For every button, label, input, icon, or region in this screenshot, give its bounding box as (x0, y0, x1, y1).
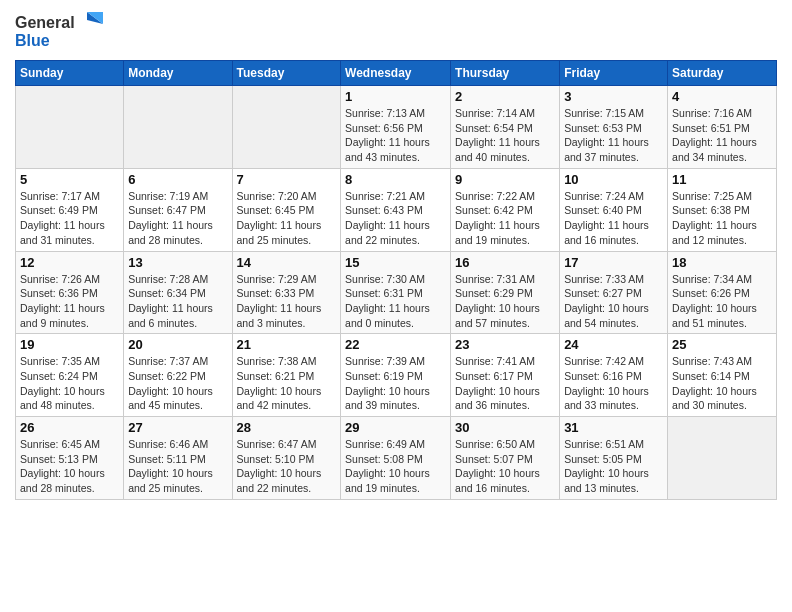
calendar-cell: 1Sunrise: 7:13 AM Sunset: 6:56 PM Daylig… (341, 86, 451, 169)
day-number: 4 (672, 89, 772, 104)
day-info: Sunrise: 7:31 AM Sunset: 6:29 PM Dayligh… (455, 272, 555, 331)
calendar-cell: 25Sunrise: 7:43 AM Sunset: 6:14 PM Dayli… (668, 334, 777, 417)
day-number: 6 (128, 172, 227, 187)
calendar-cell: 15Sunrise: 7:30 AM Sunset: 6:31 PM Dayli… (341, 251, 451, 334)
day-info: Sunrise: 7:22 AM Sunset: 6:42 PM Dayligh… (455, 189, 555, 248)
page-header: GeneralBlue (15, 10, 777, 52)
calendar-cell: 29Sunrise: 6:49 AM Sunset: 5:08 PM Dayli… (341, 417, 451, 500)
day-info: Sunrise: 7:16 AM Sunset: 6:51 PM Dayligh… (672, 106, 772, 165)
calendar-cell: 3Sunrise: 7:15 AM Sunset: 6:53 PM Daylig… (560, 86, 668, 169)
day-number: 9 (455, 172, 555, 187)
day-number: 2 (455, 89, 555, 104)
day-number: 8 (345, 172, 446, 187)
day-number: 15 (345, 255, 446, 270)
calendar-cell: 11Sunrise: 7:25 AM Sunset: 6:38 PM Dayli… (668, 168, 777, 251)
day-info: Sunrise: 7:30 AM Sunset: 6:31 PM Dayligh… (345, 272, 446, 331)
calendar-cell: 12Sunrise: 7:26 AM Sunset: 6:36 PM Dayli… (16, 251, 124, 334)
day-number: 28 (237, 420, 337, 435)
day-info: Sunrise: 7:19 AM Sunset: 6:47 PM Dayligh… (128, 189, 227, 248)
col-header-tuesday: Tuesday (232, 61, 341, 86)
day-info: Sunrise: 7:33 AM Sunset: 6:27 PM Dayligh… (564, 272, 663, 331)
day-number: 7 (237, 172, 337, 187)
calendar-week-row: 19Sunrise: 7:35 AM Sunset: 6:24 PM Dayli… (16, 334, 777, 417)
day-number: 19 (20, 337, 119, 352)
day-info: Sunrise: 7:24 AM Sunset: 6:40 PM Dayligh… (564, 189, 663, 248)
day-number: 3 (564, 89, 663, 104)
day-number: 20 (128, 337, 227, 352)
col-header-thursday: Thursday (451, 61, 560, 86)
col-header-wednesday: Wednesday (341, 61, 451, 86)
day-number: 10 (564, 172, 663, 187)
calendar-cell: 2Sunrise: 7:14 AM Sunset: 6:54 PM Daylig… (451, 86, 560, 169)
col-header-friday: Friday (560, 61, 668, 86)
calendar-cell: 10Sunrise: 7:24 AM Sunset: 6:40 PM Dayli… (560, 168, 668, 251)
calendar-cell (232, 86, 341, 169)
day-number: 24 (564, 337, 663, 352)
day-info: Sunrise: 7:21 AM Sunset: 6:43 PM Dayligh… (345, 189, 446, 248)
day-info: Sunrise: 7:25 AM Sunset: 6:38 PM Dayligh… (672, 189, 772, 248)
calendar-cell: 16Sunrise: 7:31 AM Sunset: 6:29 PM Dayli… (451, 251, 560, 334)
day-number: 21 (237, 337, 337, 352)
col-header-monday: Monday (124, 61, 232, 86)
day-number: 13 (128, 255, 227, 270)
day-info: Sunrise: 7:15 AM Sunset: 6:53 PM Dayligh… (564, 106, 663, 165)
calendar-cell: 30Sunrise: 6:50 AM Sunset: 5:07 PM Dayli… (451, 417, 560, 500)
calendar-week-row: 1Sunrise: 7:13 AM Sunset: 6:56 PM Daylig… (16, 86, 777, 169)
day-info: Sunrise: 7:13 AM Sunset: 6:56 PM Dayligh… (345, 106, 446, 165)
calendar-cell: 7Sunrise: 7:20 AM Sunset: 6:45 PM Daylig… (232, 168, 341, 251)
calendar-table: SundayMondayTuesdayWednesdayThursdayFrid… (15, 60, 777, 500)
calendar-cell: 20Sunrise: 7:37 AM Sunset: 6:22 PM Dayli… (124, 334, 232, 417)
calendar-cell: 26Sunrise: 6:45 AM Sunset: 5:13 PM Dayli… (16, 417, 124, 500)
day-number: 1 (345, 89, 446, 104)
calendar-cell: 17Sunrise: 7:33 AM Sunset: 6:27 PM Dayli… (560, 251, 668, 334)
calendar-cell: 27Sunrise: 6:46 AM Sunset: 5:11 PM Dayli… (124, 417, 232, 500)
calendar-week-row: 12Sunrise: 7:26 AM Sunset: 6:36 PM Dayli… (16, 251, 777, 334)
calendar-cell (16, 86, 124, 169)
day-info: Sunrise: 7:38 AM Sunset: 6:21 PM Dayligh… (237, 354, 337, 413)
day-number: 16 (455, 255, 555, 270)
calendar-cell: 23Sunrise: 7:41 AM Sunset: 6:17 PM Dayli… (451, 334, 560, 417)
calendar-cell: 14Sunrise: 7:29 AM Sunset: 6:33 PM Dayli… (232, 251, 341, 334)
day-info: Sunrise: 7:14 AM Sunset: 6:54 PM Dayligh… (455, 106, 555, 165)
calendar-cell: 18Sunrise: 7:34 AM Sunset: 6:26 PM Dayli… (668, 251, 777, 334)
calendar-cell: 22Sunrise: 7:39 AM Sunset: 6:19 PM Dayli… (341, 334, 451, 417)
day-number: 14 (237, 255, 337, 270)
day-info: Sunrise: 7:26 AM Sunset: 6:36 PM Dayligh… (20, 272, 119, 331)
day-info: Sunrise: 7:39 AM Sunset: 6:19 PM Dayligh… (345, 354, 446, 413)
page-container: GeneralBlue SundayMondayTuesdayWednesday… (0, 0, 792, 510)
day-info: Sunrise: 6:49 AM Sunset: 5:08 PM Dayligh… (345, 437, 446, 496)
calendar-cell: 6Sunrise: 7:19 AM Sunset: 6:47 PM Daylig… (124, 168, 232, 251)
day-info: Sunrise: 6:46 AM Sunset: 5:11 PM Dayligh… (128, 437, 227, 496)
calendar-cell: 4Sunrise: 7:16 AM Sunset: 6:51 PM Daylig… (668, 86, 777, 169)
day-info: Sunrise: 6:45 AM Sunset: 5:13 PM Dayligh… (20, 437, 119, 496)
calendar-week-row: 5Sunrise: 7:17 AM Sunset: 6:49 PM Daylig… (16, 168, 777, 251)
svg-text:General: General (15, 14, 75, 31)
calendar-cell: 8Sunrise: 7:21 AM Sunset: 6:43 PM Daylig… (341, 168, 451, 251)
day-info: Sunrise: 7:28 AM Sunset: 6:34 PM Dayligh… (128, 272, 227, 331)
day-info: Sunrise: 7:43 AM Sunset: 6:14 PM Dayligh… (672, 354, 772, 413)
day-info: Sunrise: 6:47 AM Sunset: 5:10 PM Dayligh… (237, 437, 337, 496)
day-info: Sunrise: 7:42 AM Sunset: 6:16 PM Dayligh… (564, 354, 663, 413)
calendar-cell: 24Sunrise: 7:42 AM Sunset: 6:16 PM Dayli… (560, 334, 668, 417)
day-info: Sunrise: 7:34 AM Sunset: 6:26 PM Dayligh… (672, 272, 772, 331)
day-info: Sunrise: 7:17 AM Sunset: 6:49 PM Dayligh… (20, 189, 119, 248)
day-number: 22 (345, 337, 446, 352)
calendar-cell (668, 417, 777, 500)
day-number: 25 (672, 337, 772, 352)
day-info: Sunrise: 7:20 AM Sunset: 6:45 PM Dayligh… (237, 189, 337, 248)
col-header-saturday: Saturday (668, 61, 777, 86)
calendar-week-row: 26Sunrise: 6:45 AM Sunset: 5:13 PM Dayli… (16, 417, 777, 500)
calendar-cell: 31Sunrise: 6:51 AM Sunset: 5:05 PM Dayli… (560, 417, 668, 500)
calendar-cell: 21Sunrise: 7:38 AM Sunset: 6:21 PM Dayli… (232, 334, 341, 417)
calendar-cell: 28Sunrise: 6:47 AM Sunset: 5:10 PM Dayli… (232, 417, 341, 500)
day-info: Sunrise: 6:50 AM Sunset: 5:07 PM Dayligh… (455, 437, 555, 496)
day-number: 5 (20, 172, 119, 187)
day-number: 23 (455, 337, 555, 352)
day-number: 17 (564, 255, 663, 270)
day-number: 12 (20, 255, 119, 270)
day-info: Sunrise: 7:35 AM Sunset: 6:24 PM Dayligh… (20, 354, 119, 413)
day-number: 30 (455, 420, 555, 435)
logo: GeneralBlue (15, 10, 105, 52)
day-info: Sunrise: 7:37 AM Sunset: 6:22 PM Dayligh… (128, 354, 227, 413)
day-info: Sunrise: 6:51 AM Sunset: 5:05 PM Dayligh… (564, 437, 663, 496)
